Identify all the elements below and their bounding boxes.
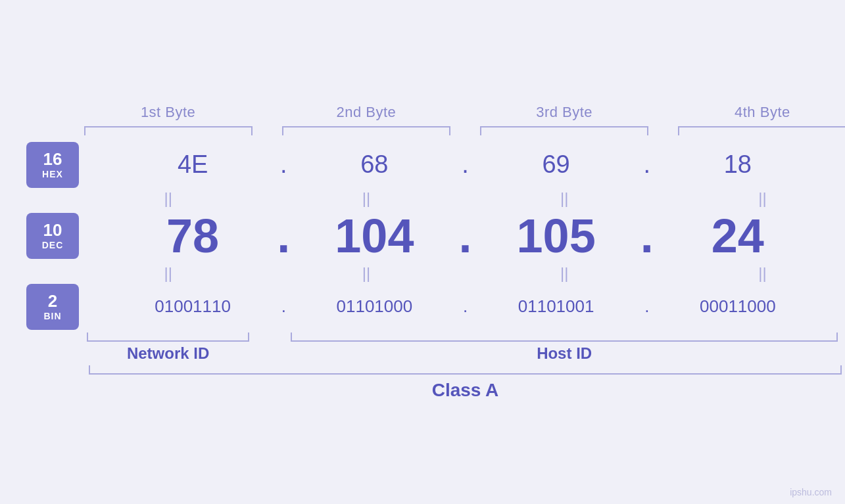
eq-1-2: || (267, 188, 465, 209)
hex-val-2: 68 (293, 150, 455, 179)
bin-val-2: 01101000 (293, 296, 455, 317)
dec-val-2: 104 (293, 209, 455, 263)
class-row: Class A (69, 365, 845, 401)
eq-2-4: || (664, 263, 845, 284)
hex-dot-3: . (637, 150, 657, 179)
eq-1-1: || (69, 188, 267, 209)
bin-dot-2: . (456, 296, 475, 317)
top-bracket-1 (69, 126, 267, 135)
hex-val-1: 4E (112, 150, 274, 179)
hex-dot-1: . (274, 150, 293, 179)
eq-2-2: || (267, 263, 465, 284)
byte-headers-row: 1st Byte 2nd Byte 3rd Byte 4th Byte (69, 104, 845, 121)
labels-row: Network ID Host ID (69, 344, 845, 363)
byte-header-4: 4th Byte (664, 104, 845, 121)
bin-badge: 2 BIN (26, 284, 79, 330)
hex-values-row: 4E . 68 . 69 . 18 (112, 150, 819, 179)
dec-val-1: 78 (112, 209, 274, 263)
eq-1-3: || (466, 188, 664, 209)
top-bracket-2 (267, 126, 465, 135)
network-id-label: Network ID (69, 344, 267, 363)
host-id-label: Host ID (267, 344, 845, 363)
dec-badge: 10 DEC (26, 213, 79, 259)
dec-values-row: 78 . 104 . 105 . 24 (112, 209, 819, 263)
byte-header-2: 2nd Byte (267, 104, 465, 121)
class-bracket-wrap: Class A (69, 365, 845, 401)
network-host-brackets (69, 332, 845, 342)
hex-val-4: 18 (657, 150, 819, 179)
top-brackets (69, 126, 845, 135)
bin-values-row: 01001110 . 01101000 . 01101001 . 0001100… (112, 296, 819, 317)
eq-1-4: || (664, 188, 845, 209)
bin-badge-num: 2 (48, 292, 57, 311)
watermark: ipshu.com (790, 487, 832, 497)
eq-2-1: || (69, 263, 267, 284)
bin-dot-1: . (274, 296, 293, 317)
hex-badge-num: 16 (43, 150, 62, 169)
bin-val-4: 00011000 (657, 296, 819, 317)
hex-val-3: 69 (475, 150, 637, 179)
byte-header-1: 1st Byte (69, 104, 267, 121)
dec-dot-2: . (456, 209, 475, 263)
bin-row: 2 BIN 01001110 . 01101000 . 01101001 . 0… (26, 284, 819, 330)
host-bracket (267, 332, 845, 342)
hex-row: 16 HEX 4E . 68 . 69 . 18 (26, 142, 819, 188)
dec-dot-1: . (274, 209, 293, 263)
class-a-label: Class A (432, 380, 499, 401)
bin-val-3: 01101001 (475, 296, 637, 317)
network-bracket (69, 332, 267, 342)
main-container: 1st Byte 2nd Byte 3rd Byte 4th Byte 16 H… (0, 0, 845, 504)
hex-dot-2: . (456, 150, 475, 179)
top-bracket-4 (664, 126, 845, 135)
equals-row-2: || || || || (69, 263, 845, 284)
dec-val-4: 24 (657, 209, 819, 263)
dec-badge-num: 10 (43, 221, 62, 240)
bin-val-1: 01001110 (112, 296, 274, 317)
bin-dot-3: . (637, 296, 657, 317)
dec-val-3: 105 (475, 209, 637, 263)
bin-badge-label: BIN (43, 311, 61, 321)
dec-dot-3: . (637, 209, 657, 263)
dec-row: 10 DEC 78 . 104 . 105 . 24 (26, 209, 819, 263)
dec-badge-label: DEC (42, 240, 64, 250)
byte-header-3: 3rd Byte (466, 104, 664, 121)
hex-badge: 16 HEX (26, 142, 79, 188)
class-bracket (89, 365, 842, 375)
eq-2-3: || (466, 263, 664, 284)
equals-row-1: || || || || (69, 188, 845, 209)
top-bracket-3 (466, 126, 664, 135)
hex-badge-label: HEX (42, 169, 63, 179)
